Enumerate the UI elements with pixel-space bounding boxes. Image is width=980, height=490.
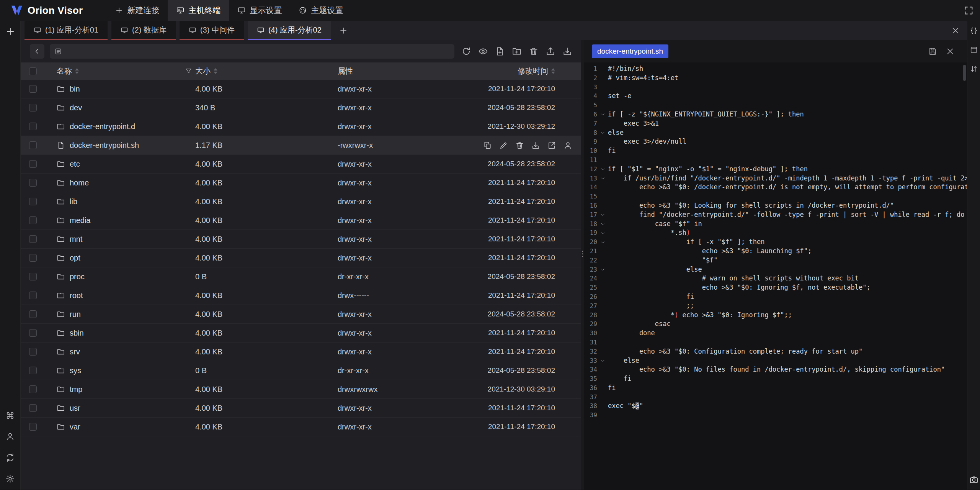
close-all-tabs-icon[interactable] <box>951 21 960 40</box>
fold-caret-icon[interactable] <box>597 238 608 247</box>
table-row[interactable]: run 4.00 KB drwxr-xr-x 2024-05-28 23:58:… <box>21 305 581 324</box>
row-checkbox[interactable] <box>29 235 37 243</box>
shortcut-command-icon[interactable] <box>5 411 15 420</box>
fold-caret-icon[interactable] <box>597 220 608 229</box>
code-editor[interactable]: 1 #!/bin/sh 2 # vim:sw=4:ts=4:et 3 4 set… <box>584 62 967 490</box>
delete-icon[interactable] <box>529 46 539 56</box>
table-row[interactable]: opt 4.00 KB drwxr-xr-x 2021-11-24 17:20:… <box>21 249 581 267</box>
table-row[interactable]: tmp 4.00 KB drwxrwxrwx 2021-12-30 03:29:… <box>21 380 581 399</box>
terminal-tab-3[interactable]: (3) 中间件 <box>180 21 244 40</box>
table-row[interactable]: root 4.00 KB drwx------ 2021-11-24 17:20… <box>21 286 581 305</box>
fullscreen-icon[interactable] <box>964 0 974 21</box>
copy-icon[interactable] <box>483 141 492 150</box>
table-row[interactable]: bin 4.00 KB drwxr-xr-x 2021-11-24 17:20:… <box>21 80 581 98</box>
terminal-tab-1[interactable]: (1) 应用-分析01 <box>24 21 108 40</box>
row-checkbox[interactable] <box>29 141 37 149</box>
table-row[interactable]: dev 340 B drwxr-xr-x 2024-05-28 23:58:02 <box>21 98 581 117</box>
back-button[interactable] <box>30 44 44 59</box>
row-checkbox[interactable] <box>29 216 37 224</box>
panel-window-icon[interactable] <box>970 46 978 54</box>
terminal-tab-4[interactable]: (4) 应用-分析02 <box>248 21 331 40</box>
edit-icon[interactable] <box>499 141 508 150</box>
row-checkbox[interactable] <box>29 179 37 187</box>
table-row[interactable]: home 4.00 KB drwxr-xr-x 2021-11-24 17:20… <box>21 174 581 192</box>
add-tab-button[interactable] <box>335 21 352 40</box>
upload-icon[interactable] <box>546 46 555 56</box>
row-checkbox[interactable] <box>29 385 37 393</box>
path-history-icon[interactable] <box>54 48 62 55</box>
terminal-tab-2[interactable]: (2) 数据库 <box>111 21 176 40</box>
fold-caret-icon[interactable] <box>597 265 608 274</box>
row-checkbox[interactable] <box>29 367 37 374</box>
row-checkbox[interactable] <box>29 292 37 299</box>
nav-item-host-terminal[interactable]: 主机终端 <box>168 0 229 21</box>
fold-caret-icon[interactable] <box>597 228 608 238</box>
row-checkbox[interactable] <box>29 104 37 111</box>
row-checkbox[interactable] <box>29 254 37 262</box>
column-header-size[interactable]: 大小 <box>195 66 211 76</box>
close-editor-icon[interactable] <box>946 47 955 56</box>
table-row[interactable]: docker-entrypoint.sh 1.17 KB -rwxrwxr-x <box>21 136 581 155</box>
table-row[interactable]: docker-entrypoint.d 4.00 KB drwxr-xr-x 2… <box>21 117 581 136</box>
filter-icon[interactable] <box>181 67 195 75</box>
table-row[interactable]: mnt 4.00 KB drwxr-xr-x 2021-11-24 17:20:… <box>21 230 581 249</box>
open-file-tag[interactable]: docker-entrypoint.sh <box>592 44 668 58</box>
app-logo[interactable]: Orion Visor <box>11 5 83 16</box>
fold-caret-icon[interactable] <box>597 356 608 365</box>
delete-file-icon[interactable] <box>515 141 524 150</box>
nav-item-new-connection[interactable]: 新建连接 <box>106 0 168 21</box>
preview-hidden-icon[interactable] <box>478 46 488 56</box>
new-panel-icon[interactable] <box>5 26 16 37</box>
refresh-icon[interactable] <box>461 46 471 56</box>
row-checkbox[interactable] <box>29 348 37 356</box>
table-row[interactable]: srv 4.00 KB drwxr-xr-x 2021-11-24 17:20:… <box>21 343 581 361</box>
table-row[interactable]: lib 4.00 KB drwxr-xr-x 2021-11-24 17:20:… <box>21 192 581 211</box>
select-all-checkbox[interactable] <box>29 67 37 75</box>
new-file-icon[interactable] <box>495 46 505 56</box>
move-icon[interactable] <box>547 141 556 150</box>
user-icon[interactable] <box>5 432 15 441</box>
table-row[interactable]: sys 0 B dr-xr-xr-x 2024-05-28 23:58:02 <box>21 361 581 380</box>
path-input[interactable] <box>66 47 450 56</box>
panel-resize-handle[interactable]: ⋮ <box>581 40 584 490</box>
table-row[interactable]: etc 4.00 KB drwxr-xr-x 2024-05-28 23:58:… <box>21 155 581 174</box>
row-checkbox[interactable] <box>29 310 37 318</box>
row-checkbox[interactable] <box>29 85 37 93</box>
column-header-mtime[interactable]: 修改时间 <box>518 66 548 76</box>
table-row[interactable]: var 4.00 KB drwxr-xr-x 2021-11-24 17:20:… <box>21 418 581 436</box>
sort-mtime-icon[interactable] <box>551 68 555 74</box>
screenshot-camera-icon[interactable] <box>969 475 978 484</box>
table-row[interactable]: usr 4.00 KB drwxr-xr-x 2021-11-24 17:20:… <box>21 399 581 418</box>
column-header-name[interactable]: 名称 <box>57 66 72 76</box>
row-checkbox[interactable] <box>29 123 37 130</box>
table-row[interactable]: media 4.00 KB drwxr-xr-x 2021-11-24 17:2… <box>21 211 581 230</box>
cell-size: 4.00 KB <box>195 291 338 300</box>
settings-icon[interactable] <box>5 474 15 483</box>
sync-icon[interactable] <box>5 453 15 462</box>
new-folder-icon[interactable] <box>512 46 522 56</box>
permission-icon[interactable] <box>564 141 572 150</box>
fold-caret-icon[interactable] <box>597 174 608 183</box>
save-file-icon[interactable] <box>928 47 937 56</box>
table-row[interactable]: proc 0 B dr-xr-xr-x 2024-05-28 23:58:02 <box>21 267 581 286</box>
braces-config-icon[interactable] <box>970 26 978 35</box>
fold-caret-icon[interactable] <box>597 165 608 174</box>
fold-caret-icon[interactable] <box>597 210 608 220</box>
fold-caret-icon[interactable] <box>597 128 608 138</box>
sort-size-icon[interactable] <box>214 68 217 74</box>
editor-scrollbar[interactable] <box>963 65 966 81</box>
row-checkbox[interactable] <box>29 423 37 431</box>
table-row[interactable]: sbin 4.00 KB drwxr-xr-x 2021-11-24 17:20… <box>21 324 581 343</box>
nav-item-display-settings[interactable]: 显示设置 <box>229 0 290 21</box>
download-file-icon[interactable] <box>531 141 540 150</box>
sort-name-icon[interactable] <box>75 68 79 74</box>
swap-vertical-icon[interactable] <box>970 65 978 73</box>
row-checkbox[interactable] <box>29 160 37 168</box>
row-checkbox[interactable] <box>29 329 37 337</box>
fold-caret-icon[interactable] <box>597 110 608 119</box>
row-checkbox[interactable] <box>29 273 37 280</box>
row-checkbox[interactable] <box>29 404 37 412</box>
row-checkbox[interactable] <box>29 198 37 205</box>
download-icon[interactable] <box>562 46 572 56</box>
nav-item-theme-settings[interactable]: 主题设置 <box>290 0 351 21</box>
